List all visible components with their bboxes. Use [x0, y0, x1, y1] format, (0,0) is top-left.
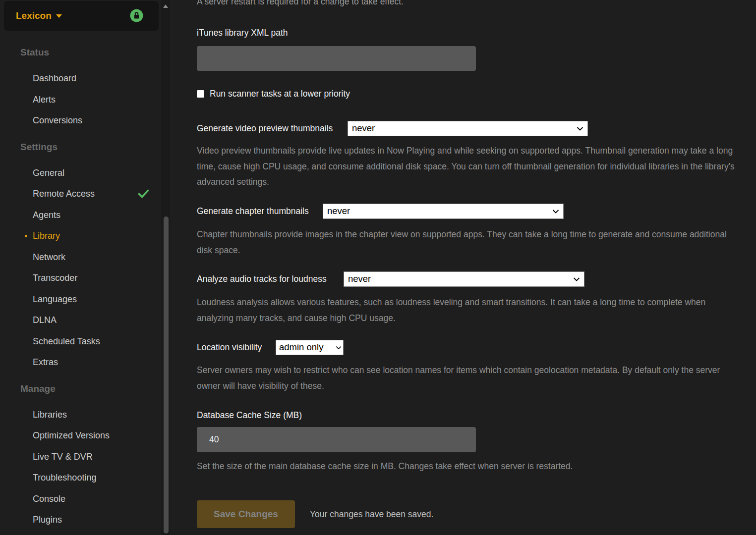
loudness-select[interactable]: never: [344, 271, 584, 287]
chapter-thumbnails-select[interactable]: never: [323, 204, 564, 219]
sidebar-item-label: Alerts: [33, 95, 56, 105]
sidebar-item-label: Network: [33, 252, 65, 262]
sidebar-item-label: Agents: [33, 210, 60, 220]
sidebar-item-general[interactable]: General: [0, 167, 162, 189]
sidebar-section-status: Status: [0, 47, 162, 73]
sidebar-item-remote-access[interactable]: Remote Access: [0, 188, 162, 210]
sidebar-item-label: Library: [33, 231, 60, 241]
location-visibility-select[interactable]: admin only: [276, 340, 344, 355]
sidebar-nav: StatusDashboardAlertsConversionsSettings…: [0, 0, 162, 535]
sidebar-item-live-tv-dvr[interactable]: Live TV & DVR: [0, 451, 162, 473]
sidebar-item-languages[interactable]: Languages: [0, 294, 162, 315]
loudness-description: Loudness analysis allows various feature…: [197, 295, 740, 326]
sidebar-item-troubleshooting[interactable]: Troubleshooting: [0, 472, 162, 493]
restart-notice: A server restart is required for a chang…: [197, 0, 404, 7]
check-icon: [138, 189, 149, 201]
sidebar-item-label: Conversions: [33, 115, 82, 125]
itunes-xml-path-input[interactable]: [197, 46, 476, 71]
sidebar-item-dlna[interactable]: DLNA: [0, 315, 162, 336]
scanner-priority-checkbox[interactable]: [197, 90, 204, 98]
sidebar-item-scheduled-tasks[interactable]: Scheduled Tasks: [0, 336, 162, 357]
location-visibility-description: Server owners may wish to restrict who c…: [197, 363, 740, 394]
sidebar-item-alerts[interactable]: Alerts: [0, 94, 162, 115]
location-visibility-row: Location visibility admin only: [197, 340, 262, 355]
sidebar-item-optimized-versions[interactable]: Optimized Versions: [0, 430, 162, 451]
sidebar-section-settings: Settings: [0, 141, 162, 167]
sidebar-item-label: General: [33, 168, 64, 178]
chapter-thumbnails-row: Generate chapter thumbnails never: [197, 204, 309, 219]
video-preview-description: Video preview thumbnails provide live up…: [197, 143, 740, 190]
sidebar-item-label: Troubleshooting: [33, 473, 96, 482]
chapter-thumbnails-label: Generate chapter thumbnails: [197, 206, 309, 216]
loudness-row: Analyze audio tracks for loudness never: [197, 271, 327, 287]
sidebar-item-dashboard[interactable]: Dashboard: [0, 73, 162, 94]
library-settings-panel: A server restart is required for a chang…: [197, 0, 740, 535]
sidebar-item-label: DLNA: [33, 315, 57, 325]
save-row: Save Changes Your changes have been save…: [197, 500, 740, 528]
scanner-priority-label: Run scanner tasks at a lower priority: [210, 89, 350, 99]
save-changes-button[interactable]: Save Changes: [197, 500, 295, 528]
sidebar-scrollbar-track[interactable]: [161, 0, 170, 535]
db-cache-description: Set the size of the main database cache …: [197, 459, 740, 475]
sidebar-item-label: Plugins: [33, 515, 62, 525]
sidebar-item-label: Transcoder: [33, 273, 77, 283]
sidebar-item-transcoder[interactable]: Transcoder: [0, 272, 162, 294]
sidebar-item-label: Libraries: [33, 410, 67, 420]
db-cache-label: Database Cache Size (MB): [197, 410, 302, 421]
sidebar-item-label: Console: [33, 494, 65, 504]
chapter-thumbnails-description: Chapter thumbnails provide images in the…: [197, 227, 740, 258]
sidebar-item-conversions[interactable]: Conversions: [0, 115, 162, 136]
sidebar-scrollbar-thumb[interactable]: [164, 216, 169, 534]
sidebar-item-libraries[interactable]: Libraries: [0, 409, 162, 430]
sidebar-item-plugins[interactable]: Plugins: [0, 514, 162, 535]
sidebar-item-library[interactable]: Library: [0, 230, 162, 252]
sidebar-item-label: Dashboard: [33, 73, 76, 83]
location-visibility-label: Location visibility: [197, 342, 262, 352]
save-status-message: Your changes have been saved.: [310, 500, 433, 528]
sidebar-item-label: Optimized Versions: [33, 430, 110, 440]
video-preview-select[interactable]: never: [348, 121, 588, 136]
scrollbar-up-icon[interactable]: [163, 4, 168, 8]
video-preview-label: Generate video preview thumbnails: [197, 123, 333, 133]
sidebar-item-label: Live TV & DVR: [33, 452, 93, 462]
sidebar-item-label: Scheduled Tasks: [33, 336, 100, 346]
sidebar-item-extras[interactable]: Extras: [0, 357, 162, 378]
sidebar-section-manage: Manage: [0, 383, 162, 409]
sidebar-item-agents[interactable]: Agents: [0, 210, 162, 231]
sidebar-item-label: Languages: [33, 294, 77, 304]
active-bullet-icon: [25, 235, 27, 237]
sidebar-item-label: Remote Access: [33, 189, 95, 199]
sidebar: Lexicon StatusDashboardAlertsConversions…: [0, 0, 171, 535]
sidebar-item-console[interactable]: Console: [0, 493, 162, 515]
scanner-priority-row: Run scanner tasks at a lower priority: [197, 89, 350, 99]
video-preview-row: Generate video preview thumbnails never: [197, 121, 333, 136]
sidebar-item-network[interactable]: Network: [0, 252, 162, 273]
loudness-label: Analyze audio tracks for loudness: [197, 274, 327, 284]
itunes-xml-path-label: iTunes library XML path: [197, 28, 288, 38]
sidebar-item-label: Extras: [33, 357, 58, 367]
db-cache-input[interactable]: [197, 427, 476, 452]
